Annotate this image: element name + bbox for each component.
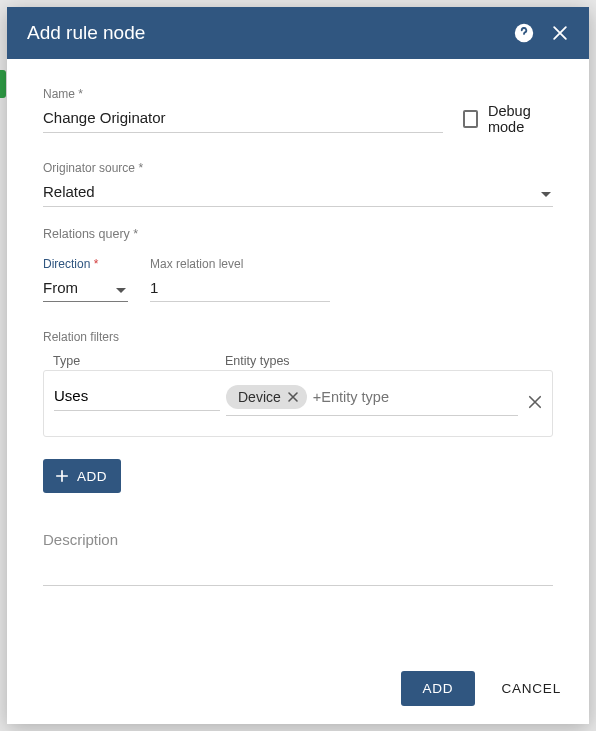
submit-button[interactable]: ADD [401,671,476,706]
debug-mode-checkbox[interactable] [463,110,478,128]
direction-select[interactable] [43,275,128,302]
dialog-header: Add rule node [7,7,589,59]
relation-filter-row: Device [43,370,553,437]
entity-type-chip: Device [226,385,307,409]
name-label: Name * [43,87,443,101]
dialog-footer: ADD CANCEL [7,659,589,724]
dialog-title: Add rule node [27,22,499,44]
originator-source-label: Originator source * [43,161,553,175]
chip-label: Device [238,389,281,405]
entity-types-field[interactable]: Device [226,381,518,416]
description-label: Description [43,531,118,548]
remove-filter-icon[interactable] [526,393,544,415]
close-icon[interactable] [549,22,571,44]
originator-source-select[interactable] [43,179,553,207]
help-icon[interactable] [513,22,535,44]
background-accent [0,70,6,98]
plus-icon [53,467,71,485]
filter-entities-header: Entity types [225,354,549,368]
cancel-button[interactable]: CANCEL [493,671,569,706]
direction-label: Direction * [43,257,128,271]
max-relation-level-label: Max relation level [150,257,330,271]
debug-mode-label: Debug mode [488,103,553,135]
add-filter-button[interactable]: ADD [43,459,121,493]
relations-query-label: Relations query * [43,227,553,241]
name-input[interactable] [43,105,443,133]
add-rule-node-dialog: Add rule node Name * Debug mode Originat… [7,7,589,724]
svg-point-1 [523,37,525,39]
relation-filters-label: Relation filters [43,330,553,344]
description-field[interactable]: Description [43,531,553,586]
filter-type-header: Type [53,354,225,368]
filter-type-input[interactable] [54,381,220,411]
dialog-body: Name * Debug mode Originator source * Re… [7,59,589,659]
entity-type-input[interactable] [313,389,502,405]
chip-remove-icon[interactable] [285,389,301,405]
max-relation-level-input[interactable] [150,275,330,302]
